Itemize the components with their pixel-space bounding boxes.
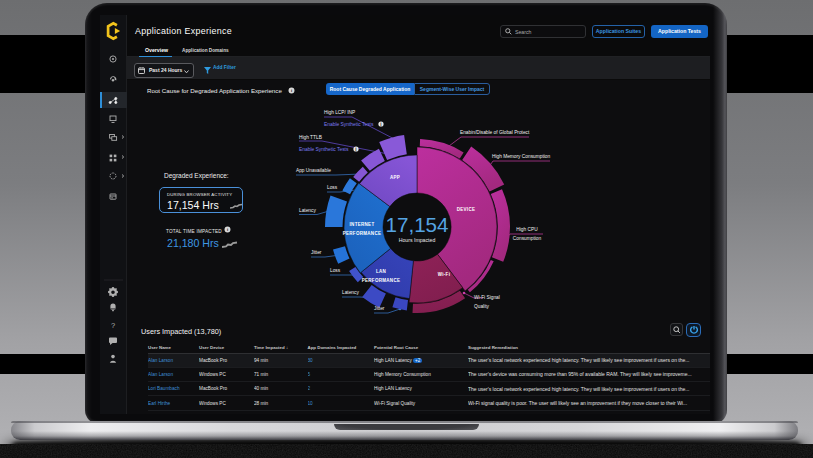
svg-text:High LCP/ INP: High LCP/ INP [324,110,355,115]
svg-text:Latency: Latency [342,290,359,295]
svg-text:Loss: Loss [327,185,338,190]
svg-text:PERFORMANCE: PERFORMANCE [362,278,401,283]
svg-text:APP: APP [390,175,400,180]
svg-text:Enable Synthetic Tests: Enable Synthetic Tests [324,122,374,127]
svg-text:Wi-Fi: Wi-Fi [438,272,450,277]
svg-text:INTERNET: INTERNET [350,222,375,227]
svg-text:Quality: Quality [474,304,490,309]
svg-text:High CPU: High CPU [516,227,538,232]
svg-text:Enable Synthetic Tests: Enable Synthetic Tests [299,147,349,152]
svg-text:17,154: 17,154 [386,213,449,236]
svg-text:DEVICE: DEVICE [457,207,476,212]
svg-text:i: i [380,122,381,127]
svg-text:Enabin/Disable of Global Prote: Enabin/Disable of Global Protect [460,130,530,135]
svg-text:App Unavailable: App Unavailable [296,168,331,173]
svg-text:Hours Impacted: Hours Impacted [399,237,436,243]
svg-text:Latency: Latency [299,208,316,213]
svg-text:Loss: Loss [330,268,341,273]
svg-text:Jitter: Jitter [374,306,385,311]
svg-text:LAN: LAN [376,269,386,274]
svg-text:PERFORMANCE: PERFORMANCE [343,231,382,236]
svg-text:Jitter: Jitter [311,250,322,255]
svg-text:Wi-Fi Signal: Wi-Fi Signal [474,295,500,300]
svg-text:Consumption: Consumption [513,236,542,241]
svg-text:High TTLB: High TTLB [299,135,322,140]
svg-text:High Memory Consumption: High Memory Consumption [492,154,550,159]
svg-text:i: i [355,147,356,152]
